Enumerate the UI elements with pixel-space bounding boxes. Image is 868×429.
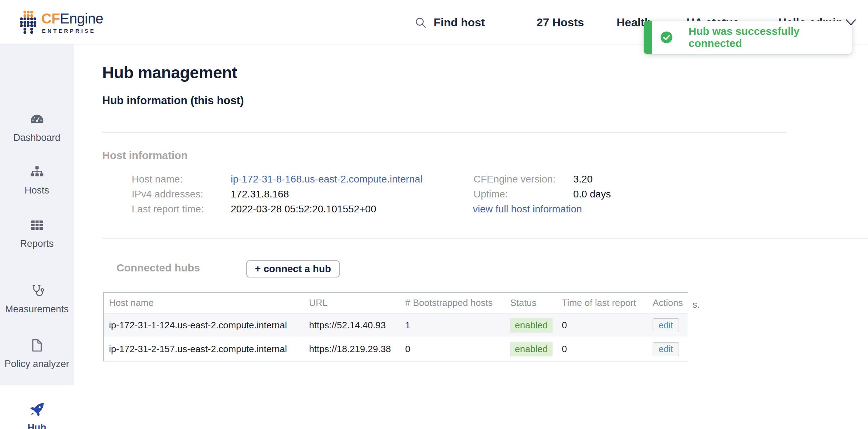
cell-bootstrapped: 1 [397, 320, 502, 331]
rocket-icon [28, 402, 46, 418]
cell-bootstrapped: 0 [397, 344, 502, 355]
stethoscope-icon [30, 284, 44, 298]
divider [102, 238, 868, 239]
col-actions: Actions [645, 297, 689, 308]
sidebar-label-active: Hub management [9, 422, 66, 429]
robot-dots-logo-icon [20, 11, 36, 34]
sidebar-item-hub-management[interactable]: Hub management [0, 385, 74, 429]
logo-cf: CF [41, 11, 60, 26]
col-time-of-last-report: Time of last report [554, 297, 645, 308]
sidebar-item-dashboard[interactable]: Dashboard [0, 112, 74, 143]
status-badge: enabled [510, 342, 553, 356]
connected-hubs-heading: Connected hubs [116, 262, 200, 274]
chevron-down-icon[interactable] [845, 18, 857, 27]
cfengine-logo[interactable]: CFEngine ENTERPRISE [20, 11, 103, 34]
table-header-row: Host name URL # Bootstrapped hosts Statu… [104, 293, 688, 313]
sidebar-label: Hosts [25, 185, 49, 196]
host-name-link[interactable]: ip-172-31-8-168.us-east-2.compute.intern… [231, 174, 423, 185]
table-row: ip-172-31-1-124.us-east-2.compute.intern… [104, 313, 688, 337]
cfengine-hub-management-page: { "header": { "logo": { "cf": "CF", "eng… [0, 0, 868, 429]
cell-url: https://18.219.29.38 [301, 344, 397, 355]
cell-host-name: ip-172-31-2-157.us-east-2.compute.intern… [104, 344, 301, 355]
host-information-heading: Host information [102, 149, 188, 161]
sidebar-item-reports[interactable]: Reports [0, 218, 74, 249]
col-status: Status [502, 297, 554, 308]
uptime-value: 0.0 days [573, 189, 611, 200]
host-name-label: Host name: [132, 174, 183, 185]
col-host-name: Host name [104, 297, 301, 308]
nav-hosts-count[interactable]: 27 Hosts [537, 16, 584, 29]
main-content: Hub management Hub information (this hos… [74, 44, 868, 429]
col-bootstrapped: # Bootstrapped hosts [397, 297, 502, 308]
nav-find-host[interactable]: Find host [434, 16, 485, 29]
logo-enterprise: ENTERPRISE [42, 28, 103, 34]
uptime-label: Uptime: [474, 189, 508, 200]
gauge-icon [30, 112, 44, 126]
cell-status: enabled [502, 342, 554, 356]
page-subtitle: Hub information (this host) [102, 94, 244, 107]
toast-success: Hub was successfully connected [644, 21, 852, 54]
col-url: URL [301, 297, 397, 308]
sidebar-item-hosts[interactable]: Hosts [0, 165, 74, 196]
toast-accent-bar [644, 21, 652, 54]
cfengine-version-label: CFEngine version: [474, 174, 555, 185]
sidebar-label: Policy analyzer [5, 358, 69, 370]
ipv4-value: 172.31.8.168 [231, 189, 289, 200]
sidebar-label: Dashboard [13, 132, 60, 143]
sitemap-icon [30, 165, 44, 179]
check-circle-icon [660, 31, 673, 44]
toast-message: Hub was successfully connected [689, 21, 852, 54]
cfengine-version-value: 3.20 [573, 174, 593, 185]
view-full-host-information-link[interactable]: view full host information [473, 203, 582, 215]
cell-last-report: 0 [554, 344, 645, 355]
logo-engine: Engine [60, 11, 103, 26]
edit-button[interactable]: edit [653, 318, 679, 332]
cell-actions: edit [645, 342, 689, 356]
sidebar-label: Reports [20, 238, 54, 249]
status-badge: enabled [510, 318, 553, 333]
sidebar-item-measurements[interactable]: Measurements [0, 284, 74, 315]
connected-hubs-table: Host name URL # Bootstrapped hosts Statu… [103, 292, 688, 361]
page-title: Hub management [102, 63, 237, 82]
table-grid-icon [30, 218, 44, 232]
sidebar: Dashboard Hosts Reports Measurement [0, 44, 74, 429]
last-report-label: Last report time: [132, 203, 204, 215]
logo-wordmark: CFEngine ENTERPRISE [41, 11, 103, 34]
file-icon [30, 338, 44, 353]
connect-a-hub-button[interactable]: + connect a hub [246, 260, 340, 277]
sidebar-item-policy-analyzer[interactable]: Policy analyzer [0, 338, 74, 370]
cell-actions: edit [645, 318, 689, 332]
sidebar-label: Measurements [5, 303, 69, 315]
table-row: ip-172-31-2-157.us-east-2.compute.intern… [104, 337, 688, 361]
cell-host-name: ip-172-31-1-124.us-east-2.compute.intern… [104, 320, 301, 331]
divider [102, 132, 787, 133]
cell-status: enabled [502, 318, 554, 333]
ipv4-label: IPv4 addresses: [132, 189, 203, 200]
cell-last-report: 0 [554, 320, 645, 331]
last-report-value: 2022-03-28 05:52:20.101552+00 [231, 203, 376, 215]
cell-url: https://52.14.40.93 [301, 320, 397, 331]
clipped-text-artifact: s. [692, 299, 700, 310]
search-icon[interactable] [414, 16, 427, 29]
edit-button[interactable]: edit [653, 342, 679, 356]
